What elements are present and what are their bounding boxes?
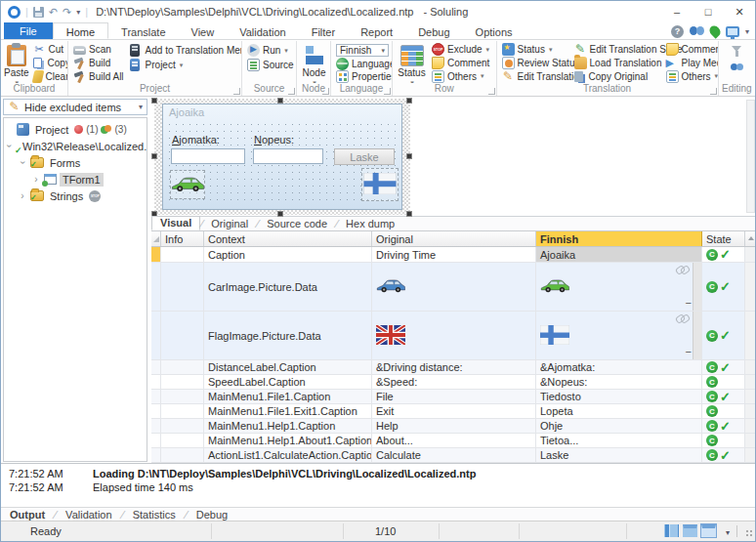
row-comment-button[interactable]: Comment — [430, 57, 491, 70]
tab-home[interactable]: Home — [53, 22, 108, 39]
tab-translate[interactable]: Translate — [108, 22, 178, 39]
tab-output[interactable]: Output — [1, 509, 54, 521]
properties-button[interactable]: Properties — [334, 70, 390, 83]
original-cell[interactable]: About... — [372, 434, 536, 447]
grid-scrollbar-track[interactable] — [745, 312, 756, 359]
original-cell[interactable] — [372, 312, 536, 359]
grid-row[interactable]: MainMenu1.Help1.CaptionHelpOhjeC✓ — [151, 419, 756, 434]
selection-handle[interactable] — [151, 98, 157, 104]
car-image-preview[interactable] — [170, 170, 205, 199]
spellcheck-icon[interactable] — [731, 62, 743, 74]
paste-button[interactable]: Paste — [4, 43, 29, 83]
original-cell[interactable]: File — [372, 390, 536, 403]
row-selector[interactable] — [151, 404, 161, 418]
header-finnish[interactable]: Finnish — [536, 231, 702, 246]
row-selector[interactable] — [151, 247, 161, 262]
tab-file[interactable]: File — [4, 22, 53, 39]
redo-icon[interactable]: ↷ — [63, 6, 71, 19]
translation-comment-button[interactable]: Comment — [664, 43, 718, 57]
card-view-icon[interactable] — [683, 524, 697, 537]
filter-edit-icon[interactable] — [731, 45, 743, 58]
context-cell[interactable]: CarImage.Picture.Data — [204, 263, 372, 311]
finnish-cell[interactable]: &Nopeus: — [536, 375, 702, 389]
context-cell[interactable]: MainMenu1.Help1.Caption — [204, 419, 372, 433]
help-icon[interactable]: ? — [671, 25, 684, 38]
grid-view-icon[interactable] — [664, 524, 679, 537]
finnish-cell[interactable]: Lopeta — [536, 404, 702, 418]
finnish-cell[interactable]: Ajoaika — [536, 247, 702, 262]
run-button[interactable]: Run — [245, 43, 296, 58]
tab-view[interactable]: View — [179, 22, 228, 39]
tab-visual[interactable]: Visual — [151, 216, 200, 230]
original-cell[interactable]: &Speed: — [372, 375, 536, 389]
original-cell[interactable]: Exit — [372, 404, 536, 418]
qat-dropdown-icon[interactable]: ▾ — [76, 8, 80, 17]
finnish-cell[interactable]: Tiedosto — [536, 390, 702, 403]
grid-scrollbar-track[interactable] — [745, 375, 756, 389]
tab-validation-output[interactable]: Validation — [57, 509, 121, 521]
selection-handle[interactable] — [277, 98, 283, 104]
context-cell[interactable]: DistanceLabel.Caption — [204, 360, 372, 374]
grid-scrollbar-track[interactable] — [745, 448, 756, 462]
original-cell[interactable]: Help — [372, 419, 536, 433]
tab-report[interactable]: Report — [348, 22, 405, 39]
grid-row[interactable]: CarImage.Picture.Data−C✓ — [151, 263, 756, 312]
context-cell[interactable]: MainMenu1.File1.Caption — [204, 390, 372, 403]
build-all-button[interactable]: Build All — [71, 69, 126, 83]
row-selector[interactable] — [151, 434, 161, 447]
grid-scrollbar-track[interactable] — [745, 390, 756, 403]
dialog-launcher-icon[interactable] — [322, 88, 329, 95]
finnish-cell[interactable]: − — [536, 312, 702, 359]
tab-source-code[interactable]: Source code — [259, 218, 335, 230]
grid-scrollbar-track[interactable] — [745, 434, 756, 447]
context-cell[interactable]: Caption — [204, 247, 372, 262]
grid-row[interactable]: SpeedLabel.Caption&Speed:&Nopeus:C — [151, 375, 756, 390]
preview-scrollbar[interactable] — [746, 100, 755, 213]
header-context[interactable]: Context — [204, 231, 372, 246]
original-cell[interactable]: Calculate — [372, 448, 536, 462]
translation-status-button[interactable]: Status — [500, 43, 570, 57]
row-selector[interactable] — [151, 312, 161, 359]
flag-image-preview[interactable] — [361, 168, 399, 201]
grid-scrollbar-track[interactable] — [745, 263, 756, 311]
tab-filter[interactable]: Filter — [299, 22, 348, 39]
cut-button[interactable]: Cut — [31, 43, 67, 57]
undo-icon[interactable]: ↶ — [49, 6, 58, 19]
finnish-cell[interactable]: Ohje — [536, 419, 702, 433]
source-button[interactable]: Source — [245, 58, 296, 72]
tab-original[interactable]: Original — [203, 218, 256, 230]
distance-input[interactable] — [171, 148, 245, 164]
grid-row[interactable]: MainMenu1.File1.Exit1.CaptionExitLopetaC — [151, 404, 756, 419]
tree-item-tform1[interactable]: › TForm1 — [4, 171, 147, 188]
grid-row[interactable]: CaptionDriving TimeAjoaikaC✓ — [151, 247, 756, 263]
dialog-launcher-icon[interactable] — [710, 88, 717, 95]
expander-icon[interactable]: › — [4, 142, 15, 151]
find-icon[interactable] — [690, 26, 704, 36]
grid-row[interactable]: MainMenu1.Help1.About1.CaptionAbout...Ti… — [151, 434, 756, 448]
load-translation-button[interactable]: Load Translation — [572, 57, 662, 70]
row-selector[interactable] — [151, 360, 161, 374]
resize-grip[interactable] — [745, 529, 754, 538]
context-cell[interactable]: MainMenu1.File1.Exit1.Caption — [204, 404, 372, 418]
selection-handle[interactable] — [151, 153, 157, 159]
dialog-launcher-icon[interactable] — [384, 88, 391, 95]
expander-icon[interactable]: › — [18, 158, 28, 168]
dialog-launcher-icon[interactable] — [288, 88, 295, 95]
tab-options[interactable]: Options — [463, 22, 525, 39]
translation-others-button[interactable]: Others — [664, 69, 718, 83]
grid-row[interactable]: ActionList1.CalculateAction.CaptionCalcu… — [151, 448, 756, 463]
copy-button[interactable]: Copy — [31, 57, 67, 70]
clear-button[interactable]: Clear — [31, 69, 67, 83]
expander-icon[interactable]: › — [18, 190, 27, 201]
row-selector[interactable] — [151, 419, 161, 433]
context-cell[interactable]: SpeedLabel.Caption — [204, 375, 372, 389]
grid-scrollbar-track[interactable] — [745, 247, 756, 262]
finnish-cell[interactable]: Tietoa... — [536, 434, 702, 447]
list-view-icon[interactable] — [701, 524, 716, 537]
grid-scrollbar-track[interactable] — [745, 360, 756, 374]
tab-hex-dump[interactable]: Hex dump — [338, 218, 402, 230]
tree-item-exe[interactable]: › Win32\Release\Localized.exe — [4, 138, 147, 154]
row-selector[interactable] — [151, 375, 161, 389]
exclude-button[interactable]: Exclude — [430, 43, 491, 57]
screen-icon[interactable] — [726, 26, 739, 37]
